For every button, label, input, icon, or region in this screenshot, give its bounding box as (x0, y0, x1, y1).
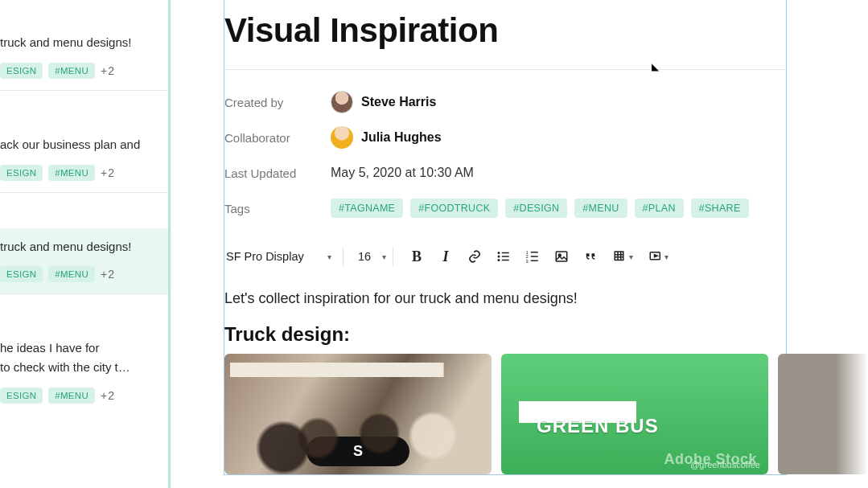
tag-chip[interactable]: #MENU (48, 165, 95, 181)
note-tags: ESIGN #MENU +2 (0, 165, 160, 181)
bold-button[interactable]: B (405, 245, 429, 268)
tag-chip[interactable]: #MENU (574, 199, 627, 218)
svg-point-1 (498, 256, 500, 258)
table-button[interactable]: ▾ (607, 245, 638, 268)
tag-overflow-count: +2 (101, 166, 115, 179)
svg-rect-5 (502, 260, 509, 261)
tags-label: Tags (224, 202, 331, 215)
tag-chip[interactable]: #MENU (48, 266, 95, 282)
avatar[interactable] (331, 91, 353, 113)
svg-rect-4 (502, 256, 509, 257)
note-list-sidebar: truck and menu designs! ESIGN #MENU +2 a… (0, 0, 171, 488)
note-tags: ESIGN #MENU +2 (0, 266, 160, 282)
svg-point-0 (498, 252, 500, 254)
font-size-value: 16 (358, 250, 371, 263)
tag-overflow-count: +2 (101, 64, 115, 77)
stock-handle: @greenbuscoffee (690, 460, 760, 470)
last-updated-value: May 5, 2020 at 10:30 AM (331, 166, 474, 180)
svg-rect-11 (531, 260, 538, 262)
last-updated-label: Last Updated (224, 166, 331, 180)
collaborator-name[interactable]: Julia Hughes (361, 130, 442, 145)
note-card-selected[interactable]: truck and menu designs! ESIGN #MENU +2 (0, 228, 168, 295)
tag-chip[interactable]: ESIGN (0, 266, 43, 282)
tag-chip[interactable]: #MENU (48, 388, 95, 404)
tag-chip[interactable]: #TAGNAME (331, 199, 403, 218)
note-tags: ESIGN #MENU +2 (0, 63, 160, 79)
chevron-down-icon: ▾ (664, 252, 668, 261)
doc-tags: #TAGNAME #FOODTRUCK #DESIGN #MENU #PLAN … (331, 194, 749, 223)
font-family-select[interactable]: SF Pro Display ▾ (224, 247, 343, 266)
avatar[interactable] (331, 126, 353, 149)
truck-signage-text: GREEN BUS (537, 415, 659, 437)
chevron-down-icon: ▾ (629, 252, 633, 261)
section-heading[interactable]: Truck design: (224, 312, 786, 354)
svg-rect-10 (531, 256, 538, 257)
note-tags: ESIGN #MENU +2 (0, 388, 160, 404)
document: Visual Inspiration Created by Steve Harr… (224, 0, 787, 475)
note-snippet-line2: to check with the city t… (0, 359, 160, 376)
svg-text:3: 3 (526, 259, 529, 264)
note-card[interactable]: truck and menu designs! ESIGN #MENU +2 (0, 24, 168, 91)
chevron-down-icon: ▾ (382, 252, 386, 261)
tag-chip[interactable]: #DESIGN (505, 199, 567, 218)
cursor-icon: ◣ (652, 61, 659, 72)
media-button[interactable]: ▾ (643, 245, 673, 268)
tag-overflow-count: +2 (101, 268, 115, 281)
tag-chip[interactable]: #MENU (48, 63, 95, 79)
bullet-list-button[interactable] (492, 245, 516, 268)
note-snippet: truck and menu designs! (0, 238, 160, 256)
created-by-name[interactable]: Steve Harris (361, 95, 436, 109)
format-toolbar: SF Pro Display ▾ 16 ▾ B I 123 (224, 234, 786, 274)
collaborator-label: Collaborator (224, 131, 331, 145)
gallery-image[interactable]: GREEN BUS Adobe Stock @greenbuscoffee (501, 354, 768, 474)
svg-rect-3 (502, 252, 509, 254)
image-overlay-pill[interactable]: S (306, 437, 409, 466)
svg-point-2 (498, 259, 500, 261)
svg-rect-9 (531, 252, 538, 253)
link-button[interactable] (463, 245, 487, 268)
tag-chip[interactable]: ESIGN (0, 165, 43, 181)
note-snippet: ack our business plan and (0, 136, 160, 154)
image-button[interactable] (549, 245, 574, 268)
note-card[interactable]: he ideas I have for to check with the ci… (0, 330, 168, 415)
doc-metadata: Created by Steve Harris Collaborator Jul… (224, 70, 786, 234)
quote-button[interactable] (578, 245, 603, 268)
tag-chip[interactable]: #SHARE (691, 199, 749, 218)
editor-main: ◣ Visual Inspiration Created by Steve Ha… (171, 0, 868, 488)
tag-chip[interactable]: ESIGN (0, 63, 43, 79)
note-card[interactable]: ack our business plan and ESIGN #MENU +2 (0, 126, 168, 193)
tag-chip[interactable]: #FOODTRUCK (410, 199, 498, 218)
font-family-value: SF Pro Display (226, 250, 304, 263)
doc-body-intro[interactable]: Let's collect inspiration for our truck … (224, 274, 786, 312)
doc-title[interactable]: Visual Inspiration (224, 0, 786, 69)
gallery-image[interactable] (778, 354, 868, 474)
svg-rect-12 (556, 252, 567, 261)
tag-overflow-count: +2 (101, 389, 115, 402)
numbered-list-button[interactable]: 123 (520, 245, 545, 268)
svg-rect-14 (615, 252, 623, 260)
tag-chip[interactable]: ESIGN (0, 388, 43, 404)
chevron-down-icon: ▾ (327, 252, 331, 261)
italic-button[interactable]: I (434, 245, 458, 268)
created-by-label: Created by (224, 96, 331, 109)
font-size-select[interactable]: 16 ▾ (348, 247, 393, 266)
note-snippet: he ideas I have for (0, 339, 160, 357)
gallery-image[interactable]: S (224, 354, 492, 474)
image-gallery: S GREEN BUS Adobe Stock @greenbuscoffee (224, 354, 786, 474)
tag-chip[interactable]: #PLAN (635, 199, 684, 218)
note-snippet: truck and menu designs! (0, 34, 160, 51)
